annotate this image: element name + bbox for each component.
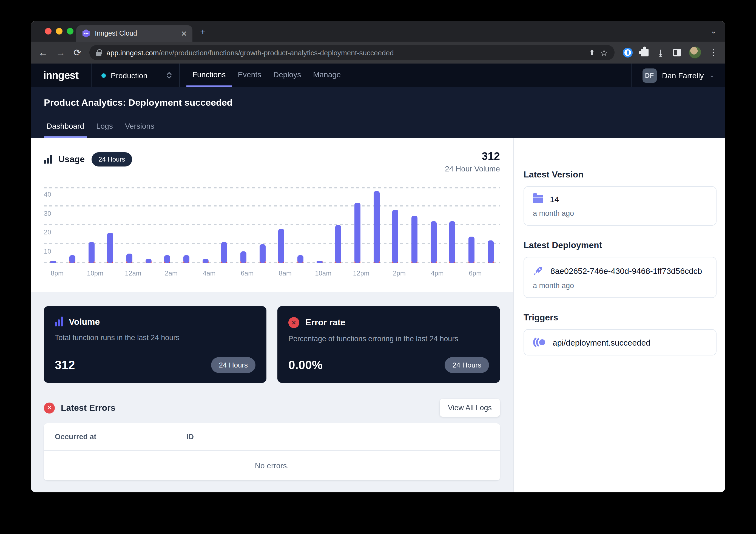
usage-bar[interactable]	[373, 191, 379, 263]
nav-item-functions[interactable]: Functions	[186, 64, 231, 87]
bar-slot[interactable]	[44, 187, 63, 263]
volume-card-range-badge[interactable]: 24 Hours	[211, 357, 256, 373]
bar-slot[interactable]	[158, 187, 177, 263]
minimize-window-button[interactable]	[56, 28, 63, 35]
error-rate-card-range-badge[interactable]: 24 Hours	[445, 357, 489, 373]
environment-name: Production	[111, 71, 162, 80]
usage-bar[interactable]	[164, 255, 171, 263]
bar-slot[interactable]	[348, 187, 367, 263]
bookmark-star-icon[interactable]: ☆	[600, 47, 608, 58]
view-all-logs-button[interactable]: View All Logs	[440, 399, 500, 417]
usage-section: Usage 24 Hours 312 24 Hour Volume 102030…	[31, 138, 513, 292]
tab-versions[interactable]: Versions	[122, 122, 157, 138]
zoom-window-button[interactable]	[67, 28, 73, 35]
bar-slot[interactable]	[63, 187, 82, 263]
usage-bar[interactable]	[50, 261, 56, 263]
lock-icon[interactable]	[96, 49, 102, 56]
nav-item-deploys[interactable]: Deploys	[267, 64, 307, 87]
reload-icon[interactable]: ⟳	[73, 48, 81, 57]
bar-slot[interactable]	[234, 187, 253, 263]
nav-item-events[interactable]: Events	[231, 64, 267, 87]
bar-slot[interactable]	[272, 187, 291, 263]
usage-bar[interactable]	[88, 242, 94, 263]
tab-dashboard[interactable]: Dashboard	[44, 122, 87, 138]
environment-selector[interactable]: Production	[91, 64, 180, 87]
latest-deployment-card[interactable]: 8ae02652-746e-430d-9468-1ff73d56cdcb a m…	[524, 257, 716, 298]
bar-slot[interactable]	[177, 187, 196, 263]
usage-bar[interactable]	[69, 255, 75, 263]
side-panel-icon[interactable]	[673, 49, 681, 56]
extensions-puzzle-icon[interactable]	[641, 49, 649, 56]
usage-bar-chart[interactable]: 10203040	[44, 187, 500, 263]
usage-bar[interactable]	[107, 233, 114, 263]
inngest-logo[interactable]: inngest	[31, 64, 91, 87]
bar-slot[interactable]	[424, 187, 443, 263]
usage-bar[interactable]	[316, 261, 322, 263]
bar-slot[interactable]	[291, 187, 310, 263]
bar-slot[interactable]	[82, 187, 101, 263]
x-axis-label: 12pm	[353, 269, 369, 277]
environment-status-dot	[101, 73, 106, 78]
browser-menu-icon[interactable]: ⋮	[709, 48, 717, 58]
bar-slot[interactable]	[215, 187, 234, 263]
bar-slot[interactable]	[120, 187, 139, 263]
volume-summary: 312 24 Hour Volume	[445, 150, 500, 173]
back-icon[interactable]: ←	[39, 48, 48, 57]
usage-bar[interactable]	[430, 221, 436, 263]
usage-bar[interactable]	[297, 255, 304, 263]
bar-slot[interactable]	[386, 187, 405, 263]
tab-list-chevron-icon[interactable]: ⌄	[711, 27, 716, 35]
trigger-card[interactable]: api/deployment.succeeded	[524, 329, 716, 355]
tab-close-icon[interactable]: ✕	[181, 29, 187, 38]
usage-bar[interactable]	[126, 254, 132, 263]
usage-bar[interactable]	[183, 255, 189, 263]
browser-tab[interactable]: Inngest Cloud ✕	[76, 25, 192, 42]
url-text[interactable]: app.inngest.com/env/production/functions…	[107, 48, 584, 57]
usage-bar[interactable]	[222, 242, 228, 263]
usage-bar[interactable]	[279, 229, 284, 263]
user-name: Dan Farrelly	[662, 71, 704, 80]
error-rate-card-title: Error rate	[305, 318, 345, 327]
browser-profile-avatar[interactable]	[689, 46, 701, 59]
bar-slot[interactable]	[329, 187, 348, 263]
usage-bar[interactable]	[336, 225, 341, 263]
tab-logs[interactable]: Logs	[94, 122, 116, 138]
forward-icon[interactable]: →	[56, 48, 65, 57]
new-tab-button[interactable]: +	[200, 27, 205, 37]
downloads-icon[interactable]: ⭳	[657, 48, 665, 57]
usage-bar[interactable]	[487, 240, 493, 263]
bar-slot[interactable]	[196, 187, 215, 263]
usage-bar[interactable]	[469, 236, 474, 263]
browser-tab-strip: Inngest Cloud ✕ + ⌄	[31, 21, 725, 42]
usage-bar[interactable]	[392, 210, 398, 263]
close-window-button[interactable]	[45, 28, 52, 35]
onepassword-extension-icon[interactable]	[623, 48, 633, 58]
bar-slot[interactable]	[310, 187, 329, 263]
bar-slot[interactable]	[101, 187, 120, 263]
usage-bar[interactable]	[259, 244, 265, 263]
bar-slot[interactable]	[139, 187, 158, 263]
usage-bar[interactable]	[449, 221, 456, 263]
bar-slot[interactable]	[481, 187, 500, 263]
bar-slot[interactable]	[253, 187, 272, 263]
window-controls[interactable]	[45, 28, 73, 35]
usage-range-badge[interactable]: 24 Hours	[91, 152, 132, 166]
nav-item-manage[interactable]: Manage	[307, 64, 347, 87]
tab-title: Inngest Cloud	[95, 30, 176, 37]
bar-slot[interactable]	[367, 187, 386, 263]
usage-bar[interactable]	[412, 216, 418, 263]
volume-card-description: Total function runs in the last 24 hours	[55, 334, 256, 342]
bar-slot[interactable]	[462, 187, 481, 263]
share-icon[interactable]: ⬆	[589, 48, 595, 57]
usage-bar[interactable]	[354, 202, 361, 263]
bar-slot[interactable]	[443, 187, 462, 263]
usage-bar[interactable]	[145, 259, 151, 263]
latest-version-card[interactable]: 14 a month ago	[524, 186, 716, 226]
bar-slot[interactable]	[405, 187, 424, 263]
url-bar[interactable]: app.inngest.com/env/production/functions…	[90, 45, 615, 60]
error-circle-x-icon: ✕	[288, 317, 299, 328]
user-menu[interactable]: DF Dan Farrelly ⌄	[631, 64, 725, 87]
app-navbar: inngest Production Functions Events Depl…	[31, 64, 725, 87]
usage-bar[interactable]	[202, 259, 208, 263]
usage-bar[interactable]	[240, 252, 246, 263]
